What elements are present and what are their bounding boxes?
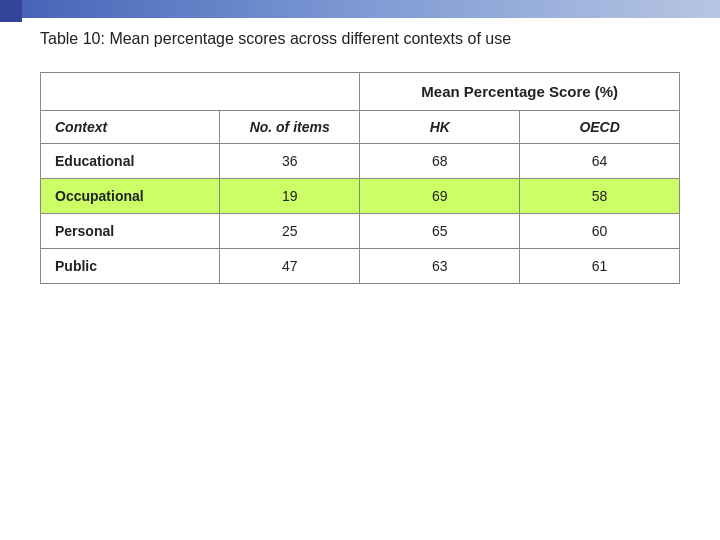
hk-cell: 68 bbox=[360, 144, 520, 179]
oecd-cell: 61 bbox=[520, 249, 680, 284]
data-table: Mean Percentage Score (%) Context No. of… bbox=[40, 72, 680, 284]
table-body: Educational366864Occupational196958Perso… bbox=[41, 144, 680, 284]
table-row: Personal256560 bbox=[41, 214, 680, 249]
page-title: Table 10: Mean percentage scores across … bbox=[40, 30, 680, 48]
context-cell: Occupational bbox=[41, 179, 220, 214]
table-row: Public476361 bbox=[41, 249, 680, 284]
table-row: Occupational196958 bbox=[41, 179, 680, 214]
oecd-cell: 64 bbox=[520, 144, 680, 179]
hk-cell: 69 bbox=[360, 179, 520, 214]
table-row: Educational366864 bbox=[41, 144, 680, 179]
mean-score-header: Mean Percentage Score (%) bbox=[360, 73, 680, 111]
main-content: Table 10: Mean percentage scores across … bbox=[40, 30, 680, 284]
oecd-cell: 60 bbox=[520, 214, 680, 249]
oecd-header: OECD bbox=[520, 111, 680, 144]
no-of-items-header: No. of items bbox=[219, 111, 360, 144]
no-of-items-cell: 19 bbox=[219, 179, 360, 214]
top-decoration bbox=[0, 0, 720, 18]
oecd-cell: 58 bbox=[520, 179, 680, 214]
context-cell: Public bbox=[41, 249, 220, 284]
no-of-items-cell: 47 bbox=[219, 249, 360, 284]
context-header: Context bbox=[41, 111, 220, 144]
column-headers: Context No. of items HK OECD bbox=[41, 111, 680, 144]
hk-cell: 65 bbox=[360, 214, 520, 249]
corner-square bbox=[0, 0, 22, 22]
hk-header: HK bbox=[360, 111, 520, 144]
context-cell: Educational bbox=[41, 144, 220, 179]
no-of-items-cell: 25 bbox=[219, 214, 360, 249]
empty-header-cell bbox=[41, 73, 360, 111]
context-cell: Personal bbox=[41, 214, 220, 249]
header-row-top: Mean Percentage Score (%) bbox=[41, 73, 680, 111]
hk-cell: 63 bbox=[360, 249, 520, 284]
no-of-items-cell: 36 bbox=[219, 144, 360, 179]
